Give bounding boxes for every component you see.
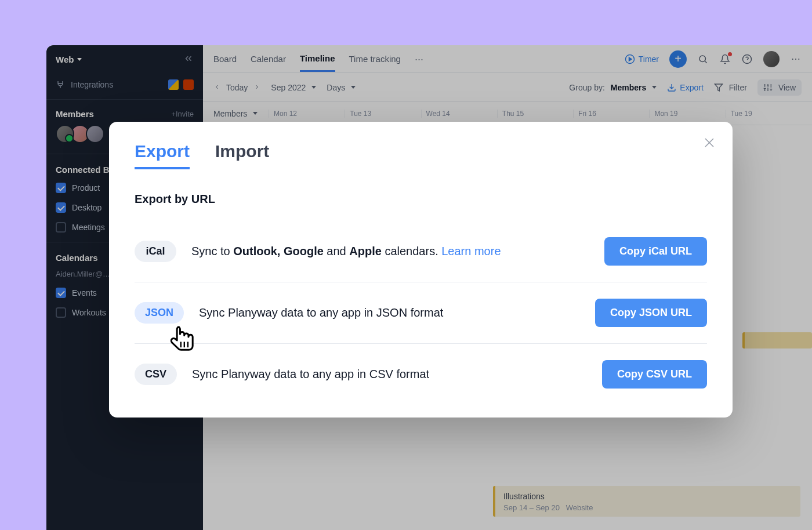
export-import-modal: Export Import Export by URL iCal Sync to… — [109, 122, 733, 418]
ical-badge: iCal — [135, 241, 176, 262]
export-subtitle: Export by URL — [135, 193, 707, 206]
export-row-json: JSON Sync Planyway data to any app in JS… — [135, 282, 707, 344]
json-badge: JSON — [135, 302, 184, 324]
ical-description: Sync to Outlook, Google and Apple calend… — [191, 245, 589, 258]
copy-ical-url-button[interactable]: Copy iCal URL — [604, 237, 707, 266]
modal-tab-import[interactable]: Import — [215, 141, 269, 169]
close-button[interactable] — [701, 135, 717, 151]
close-icon — [701, 135, 717, 151]
csv-badge: CSV — [135, 364, 177, 385]
copy-json-url-button[interactable]: Copy JSON URL — [595, 299, 707, 327]
export-row-csv: CSV Sync Planyway data to any app in CSV… — [135, 344, 707, 389]
json-description: Sync Planyway data to any app in JSON fo… — [199, 306, 580, 320]
export-row-ical: iCal Sync to Outlook, Google and Apple c… — [135, 221, 707, 282]
csv-description: Sync Planyway data to any app in CSV for… — [192, 368, 587, 381]
learn-more-link[interactable]: Learn more — [441, 245, 501, 257]
modal-tab-export[interactable]: Export — [135, 141, 190, 169]
modal-tabs: Export Import — [135, 141, 707, 169]
copy-csv-url-button[interactable]: Copy CSV URL — [602, 360, 707, 389]
